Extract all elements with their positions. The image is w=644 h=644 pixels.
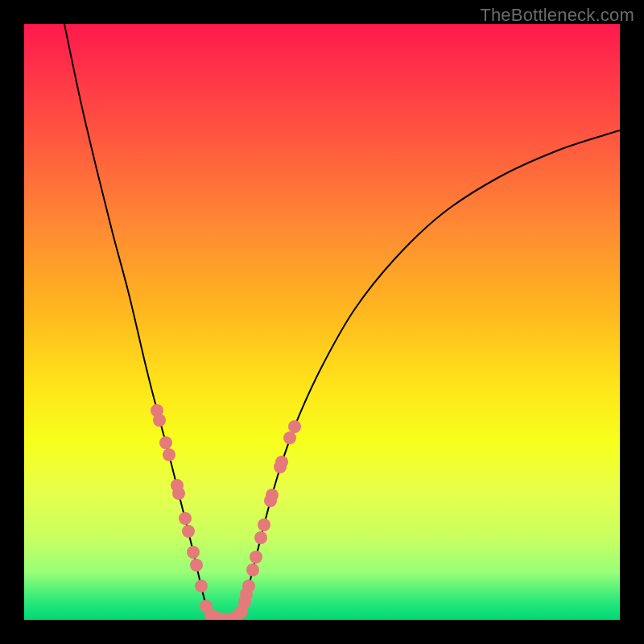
data-bead bbox=[190, 559, 203, 572]
data-bead bbox=[187, 546, 200, 559]
data-bead bbox=[275, 456, 288, 469]
data-bead bbox=[195, 580, 208, 592]
data-bead bbox=[163, 448, 175, 461]
outer-frame: TheBottleneck.com bbox=[0, 0, 644, 644]
data-bead bbox=[283, 431, 296, 444]
watermark-text: TheBottleneck.com bbox=[480, 5, 634, 26]
data-bead bbox=[242, 580, 255, 592]
data-bead bbox=[250, 551, 262, 564]
data-bead bbox=[246, 564, 259, 576]
data-bead bbox=[179, 512, 192, 525]
beads-group bbox=[151, 404, 301, 620]
data-bead bbox=[266, 489, 279, 502]
curve-svg bbox=[24, 24, 620, 620]
data-bead bbox=[288, 420, 301, 433]
data-bead bbox=[254, 531, 267, 544]
data-bead bbox=[258, 518, 270, 531]
data-bead bbox=[182, 525, 195, 538]
plot-area bbox=[24, 24, 620, 620]
data-bead bbox=[153, 414, 166, 427]
data-bead bbox=[172, 487, 185, 500]
data-bead bbox=[159, 436, 172, 449]
bottleneck-curve bbox=[64, 24, 620, 620]
